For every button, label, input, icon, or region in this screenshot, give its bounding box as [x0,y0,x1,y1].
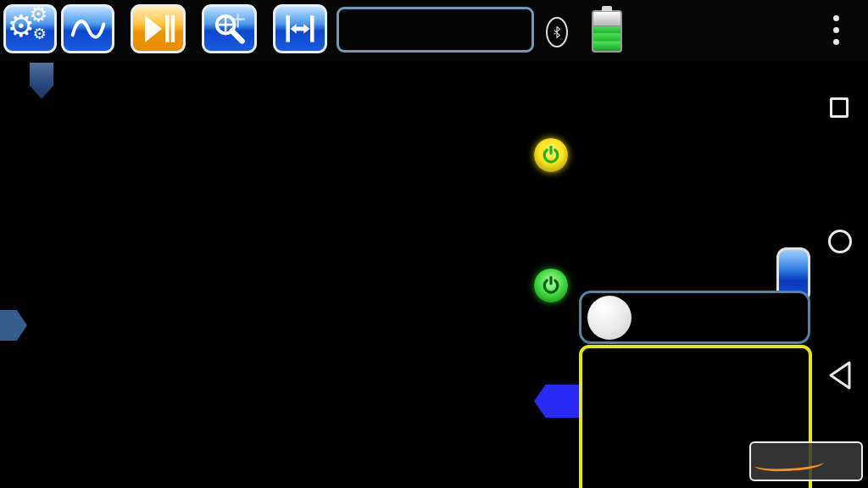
waveform-button[interactable] [61,4,114,53]
scope-area[interactable] [0,61,532,488]
signal-info-panel [579,291,810,344]
nav-back-button[interactable] [826,359,854,391]
oscilloscope-app: ⚙⚙⚙ [0,0,868,488]
sine-icon [70,14,107,43]
nav-home-button[interactable] [828,230,852,253]
magnifier-icon [212,11,248,47]
gears-icon: ⚙⚙⚙ [8,8,53,50]
watermark [749,441,863,481]
channel2-power-button[interactable] [534,269,568,302]
power-icon [540,144,562,166]
settings-button[interactable]: ⚙⚙⚙ [3,4,57,53]
bluetooth-icon [546,17,568,47]
top-toolbar: ⚙⚙⚙ [0,0,868,61]
stop-button[interactable] [337,7,534,53]
overflow-menu-button[interactable] [832,15,841,49]
watermark-swoosh [754,455,825,473]
anchor-icon[interactable] [587,296,632,340]
play-pause-icon [142,12,175,46]
timebase-button[interactable] [273,4,327,53]
back-triangle-icon [826,359,854,391]
battery-icon [592,10,622,53]
zoom-button[interactable] [202,4,257,53]
i2c-decode-row [0,406,532,440]
width-icon [282,12,318,46]
channel1-power-button[interactable] [534,138,568,172]
power-icon [540,274,562,297]
run-pause-button[interactable] [131,4,186,53]
nav-recents-button[interactable] [830,97,849,118]
